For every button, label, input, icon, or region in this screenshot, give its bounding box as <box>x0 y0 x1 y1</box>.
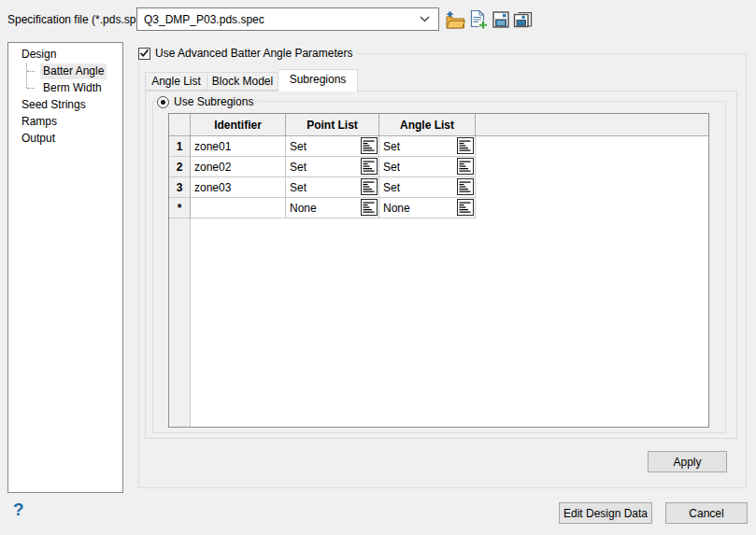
tree-connector <box>27 88 35 89</box>
row-header[interactable]: 2 <box>169 157 191 177</box>
sidebar-item-berm-width[interactable]: Berm Width <box>40 80 105 96</box>
subregions-table: Identifier Point List Angle List 1 zone0… <box>168 113 709 428</box>
list-edit-icon <box>459 180 472 193</box>
tab-block-model[interactable]: Block Model <box>207 72 278 91</box>
angle-list-edit-button[interactable] <box>457 158 474 175</box>
row-header[interactable]: 3 <box>169 177 191 198</box>
list-edit-icon <box>363 180 376 193</box>
tab-subregions[interactable]: Subregions <box>278 69 358 92</box>
edit-design-data-button[interactable]: Edit Design Data <box>559 502 652 524</box>
table-header-row: Identifier Point List Angle List <box>169 114 708 136</box>
use-subregions-label: Use Subregions <box>174 95 253 108</box>
angle-list-text: Set <box>379 181 400 194</box>
table-corner-cell <box>169 114 191 136</box>
point-list-cell[interactable]: Set <box>286 136 379 157</box>
use-advanced-parameters-label: Use Advanced Batter Angle Parameters <box>155 47 352 60</box>
angle-list-cell[interactable]: Set <box>379 136 476 157</box>
save-icon <box>492 11 509 28</box>
spec-file-combobox[interactable]: Q3_DMP_P03.pds.spec <box>136 7 439 31</box>
point-list-cell[interactable]: None <box>286 198 379 218</box>
tree-connector <box>27 71 35 72</box>
point-list-edit-button[interactable] <box>361 199 378 216</box>
row-header-column-filler <box>169 218 191 427</box>
point-list-cell[interactable]: Set <box>286 177 379 198</box>
point-list-text: Set <box>286 140 307 153</box>
table-row: 1 zone01 Set Set <box>169 136 708 157</box>
identifier-cell[interactable]: zone01 <box>191 136 286 157</box>
tab-angle-list[interactable]: Angle List <box>145 72 207 91</box>
point-list-text: Set <box>286 181 307 194</box>
point-list-edit-button[interactable] <box>361 137 378 154</box>
dialog-window: Specification file (*.pds.spec) Q3_DMP_P… <box>0 0 756 535</box>
save-spec-button[interactable] <box>490 8 512 31</box>
checkbox-box <box>138 48 150 60</box>
radio-circle <box>157 96 169 108</box>
sidebar-item-ramps[interactable]: Ramps <box>19 114 60 130</box>
angle-list-edit-button[interactable] <box>457 137 474 154</box>
sidebar-item-seed-strings[interactable]: Seed Strings <box>19 97 89 113</box>
new-spec-button[interactable] <box>467 8 490 31</box>
save-spec-as-button[interactable] <box>511 8 534 31</box>
new-file-icon <box>470 9 488 30</box>
apply-button[interactable]: Apply <box>648 451 727 472</box>
list-edit-icon <box>363 201 376 214</box>
use-subregions-radio[interactable]: Use Subregions <box>157 94 258 109</box>
open-folder-icon <box>445 10 465 30</box>
column-header-identifier: Identifier <box>191 114 286 136</box>
column-header-angle-list: Angle List <box>379 114 476 136</box>
angle-list-cell[interactable]: Set <box>379 157 476 177</box>
chevron-down-icon <box>420 16 430 22</box>
angle-list-text: Set <box>379 161 400 174</box>
check-icon <box>139 49 150 58</box>
point-list-text: Set <box>286 161 307 174</box>
list-edit-icon <box>363 139 376 152</box>
spec-file-label: Specification file (*.pds.spec) <box>7 13 151 26</box>
radio-dot <box>161 100 165 105</box>
identifier-cell[interactable] <box>191 198 286 218</box>
identifier-text: zone01 <box>191 140 231 153</box>
save-as-icon <box>513 11 533 28</box>
angle-list-edit-button[interactable] <box>457 178 474 195</box>
column-header-point-list: Point List <box>286 114 379 136</box>
list-edit-icon <box>459 160 472 173</box>
point-list-edit-button[interactable] <box>361 158 378 175</box>
identifier-cell[interactable]: zone03 <box>191 177 286 198</box>
sidebar-item-batter-angle[interactable]: Batter Angle <box>40 63 107 79</box>
list-edit-icon <box>459 201 472 214</box>
cancel-button[interactable]: Cancel <box>665 502 748 524</box>
angle-list-cell[interactable]: Set <box>379 177 476 198</box>
row-header[interactable]: 1 <box>169 136 191 157</box>
identifier-text: zone02 <box>191 161 231 174</box>
identifier-cell[interactable]: zone02 <box>191 157 286 177</box>
row-header[interactable]: * <box>169 198 191 218</box>
identifier-text: zone03 <box>191 181 231 194</box>
table-row: 3 zone03 Set Set <box>169 177 708 198</box>
table-row: 2 zone02 Set Set <box>169 157 708 177</box>
angle-list-text: Set <box>379 140 400 153</box>
list-edit-icon <box>363 160 376 173</box>
table-row-new: * None None <box>169 198 708 218</box>
angle-list-cell[interactable]: None <box>379 198 476 218</box>
open-spec-button[interactable] <box>444 8 466 31</box>
use-advanced-parameters-checkbox[interactable]: Use Advanced Batter Angle Parameters <box>138 46 357 61</box>
sidebar-item-output[interactable]: Output <box>19 131 58 147</box>
angle-list-edit-button[interactable] <box>457 199 474 216</box>
point-list-text: None <box>286 202 317 215</box>
angle-list-text: None <box>379 202 410 215</box>
table-header-filler <box>476 114 708 136</box>
list-edit-icon <box>459 139 472 152</box>
spec-file-value: Q3_DMP_P03.pds.spec <box>137 13 420 26</box>
help-button[interactable]: ? <box>13 500 24 520</box>
tree-connector <box>26 63 27 88</box>
sidebar-item-design[interactable]: Design <box>19 47 59 63</box>
table-empty-area <box>169 218 708 427</box>
point-list-edit-button[interactable] <box>361 178 378 195</box>
point-list-cell[interactable]: Set <box>286 157 379 177</box>
spec-tree-panel: Design Batter Angle Berm Width Seed Stri… <box>7 42 123 493</box>
